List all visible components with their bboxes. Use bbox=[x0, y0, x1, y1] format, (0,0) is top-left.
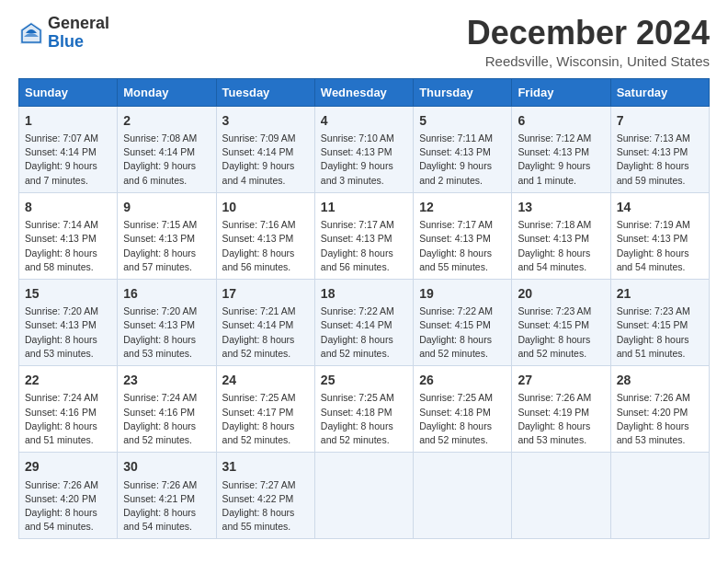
day-number: 19 bbox=[419, 284, 506, 303]
daylight: Daylight: 8 hours and 58 minutes. bbox=[25, 247, 97, 272]
day-number: 30 bbox=[123, 457, 210, 476]
daylight: Daylight: 8 hours and 52 minutes. bbox=[419, 334, 492, 359]
header-row: Sunday Monday Tuesday Wednesday Thursday… bbox=[19, 78, 710, 106]
daylight: Daylight: 8 hours and 51 minutes. bbox=[25, 420, 97, 445]
sunrise: Sunrise: 7:22 AM bbox=[419, 305, 493, 316]
sunset: Sunset: 4:13 PM bbox=[321, 146, 392, 157]
calendar-cell: 4Sunrise: 7:10 AMSunset: 4:13 PMDaylight… bbox=[314, 106, 413, 192]
logo: General Blue bbox=[18, 15, 109, 52]
calendar-cell: 14Sunrise: 7:19 AMSunset: 4:13 PMDayligh… bbox=[610, 192, 709, 279]
col-thursday: Thursday bbox=[414, 78, 512, 106]
sunrise: Sunrise: 7:25 AM bbox=[419, 392, 493, 403]
daylight: Daylight: 8 hours and 59 minutes. bbox=[617, 160, 689, 185]
sunrise: Sunrise: 7:12 AM bbox=[518, 132, 591, 144]
day-number: 20 bbox=[518, 284, 604, 303]
daylight: Daylight: 9 hours and 3 minutes. bbox=[321, 160, 393, 185]
day-number: 9 bbox=[123, 198, 210, 216]
sunrise: Sunrise: 7:19 AM bbox=[617, 219, 690, 230]
daylight: Daylight: 8 hours and 52 minutes. bbox=[123, 420, 196, 445]
calendar-cell: 21Sunrise: 7:23 AMSunset: 4:15 PMDayligh… bbox=[610, 279, 709, 365]
day-number: 2 bbox=[123, 111, 210, 130]
sunset: Sunset: 4:13 PM bbox=[25, 319, 97, 330]
sunset: Sunset: 4:14 PM bbox=[222, 319, 294, 330]
sunset: Sunset: 4:20 PM bbox=[25, 493, 97, 504]
sunrise: Sunrise: 7:22 AM bbox=[321, 305, 394, 316]
calendar-cell: 23Sunrise: 7:24 AMSunset: 4:16 PMDayligh… bbox=[118, 366, 216, 453]
day-number: 18 bbox=[321, 284, 407, 303]
daylight: Daylight: 8 hours and 52 minutes. bbox=[419, 420, 492, 445]
col-friday: Friday bbox=[512, 78, 610, 106]
calendar-cell: 7Sunrise: 7:13 AMSunset: 4:13 PMDaylight… bbox=[610, 106, 709, 192]
sunrise: Sunrise: 7:11 AM bbox=[419, 132, 493, 144]
sunset: Sunset: 4:16 PM bbox=[25, 407, 97, 418]
calendar-week-5: 29Sunrise: 7:26 AMSunset: 4:20 PMDayligh… bbox=[19, 453, 710, 539]
day-number: 28 bbox=[617, 371, 703, 389]
calendar-cell: 26Sunrise: 7:25 AMSunset: 4:18 PMDayligh… bbox=[414, 366, 512, 453]
col-saturday: Saturday bbox=[610, 78, 709, 106]
calendar-cell: 15Sunrise: 7:20 AMSunset: 4:13 PMDayligh… bbox=[19, 279, 118, 365]
sunset: Sunset: 4:13 PM bbox=[419, 146, 491, 157]
sunset: Sunset: 4:14 PM bbox=[321, 319, 392, 330]
sunrise: Sunrise: 7:24 AM bbox=[123, 392, 197, 403]
day-number: 26 bbox=[419, 371, 506, 389]
daylight: Daylight: 9 hours and 6 minutes. bbox=[123, 160, 196, 185]
daylight: Daylight: 8 hours and 51 minutes. bbox=[617, 334, 689, 359]
day-number: 21 bbox=[617, 284, 703, 303]
calendar-cell: 3Sunrise: 7:09 AMSunset: 4:14 PMDaylight… bbox=[216, 106, 314, 192]
sunset: Sunset: 4:13 PM bbox=[25, 233, 97, 244]
daylight: Daylight: 8 hours and 54 minutes. bbox=[25, 507, 97, 532]
sunset: Sunset: 4:14 PM bbox=[25, 146, 97, 157]
calendar-cell: 1Sunrise: 7:07 AMSunset: 4:14 PMDaylight… bbox=[19, 106, 118, 192]
day-number: 6 bbox=[518, 111, 604, 130]
sunrise: Sunrise: 7:21 AM bbox=[222, 305, 296, 316]
daylight: Daylight: 8 hours and 54 minutes. bbox=[123, 507, 196, 532]
calendar-cell: 27Sunrise: 7:26 AMSunset: 4:19 PMDayligh… bbox=[512, 366, 610, 453]
sunrise: Sunrise: 7:18 AM bbox=[518, 219, 591, 230]
day-number: 31 bbox=[222, 457, 309, 476]
sunrise: Sunrise: 7:13 AM bbox=[617, 132, 690, 144]
day-number: 11 bbox=[321, 198, 407, 216]
sunrise: Sunrise: 7:15 AM bbox=[123, 219, 197, 230]
calendar-week-4: 22Sunrise: 7:24 AMSunset: 4:16 PMDayligh… bbox=[19, 366, 710, 453]
sunrise: Sunrise: 7:23 AM bbox=[617, 305, 690, 316]
day-number: 8 bbox=[25, 198, 111, 216]
calendar-cell: 18Sunrise: 7:22 AMSunset: 4:14 PMDayligh… bbox=[314, 279, 413, 365]
daylight: Daylight: 8 hours and 52 minutes. bbox=[518, 334, 590, 359]
calendar-cell: 29Sunrise: 7:26 AMSunset: 4:20 PMDayligh… bbox=[19, 453, 118, 539]
sunrise: Sunrise: 7:23 AM bbox=[518, 305, 591, 316]
calendar-cell: 10Sunrise: 7:16 AMSunset: 4:13 PMDayligh… bbox=[216, 192, 314, 279]
col-tuesday: Tuesday bbox=[216, 78, 314, 106]
title-area: December 2024 Reedsville, Wisconsin, Uni… bbox=[467, 15, 710, 69]
sunset: Sunset: 4:14 PM bbox=[222, 146, 294, 157]
calendar-cell: 17Sunrise: 7:21 AMSunset: 4:14 PMDayligh… bbox=[216, 279, 314, 365]
sunrise: Sunrise: 7:20 AM bbox=[25, 305, 98, 316]
day-number: 14 bbox=[617, 198, 703, 216]
day-number: 13 bbox=[518, 198, 604, 216]
daylight: Daylight: 9 hours and 7 minutes. bbox=[25, 160, 97, 185]
logo-text: General Blue bbox=[48, 15, 109, 52]
day-number: 29 bbox=[25, 457, 111, 476]
sunrise: Sunrise: 7:27 AM bbox=[222, 479, 296, 490]
sunrise: Sunrise: 7:25 AM bbox=[321, 392, 394, 403]
col-wednesday: Wednesday bbox=[314, 78, 413, 106]
sunset: Sunset: 4:16 PM bbox=[123, 407, 195, 418]
calendar-cell: 19Sunrise: 7:22 AMSunset: 4:15 PMDayligh… bbox=[414, 279, 512, 365]
calendar-cell: 9Sunrise: 7:15 AMSunset: 4:13 PMDaylight… bbox=[118, 192, 216, 279]
sunset: Sunset: 4:13 PM bbox=[123, 319, 195, 330]
calendar-week-1: 1Sunrise: 7:07 AMSunset: 4:14 PMDaylight… bbox=[19, 106, 710, 192]
calendar-cell bbox=[512, 453, 610, 539]
logo-blue: Blue bbox=[48, 33, 109, 52]
calendar-cell: 11Sunrise: 7:17 AMSunset: 4:13 PMDayligh… bbox=[314, 192, 413, 279]
day-number: 10 bbox=[222, 198, 309, 216]
daylight: Daylight: 8 hours and 54 minutes. bbox=[617, 247, 689, 272]
sunset: Sunset: 4:18 PM bbox=[419, 407, 491, 418]
calendar-cell: 2Sunrise: 7:08 AMSunset: 4:14 PMDaylight… bbox=[118, 106, 216, 192]
sunrise: Sunrise: 7:07 AM bbox=[25, 132, 98, 144]
col-sunday: Sunday bbox=[19, 78, 118, 106]
daylight: Daylight: 8 hours and 56 minutes. bbox=[321, 247, 393, 272]
daylight: Daylight: 8 hours and 57 minutes. bbox=[123, 247, 196, 272]
calendar-cell bbox=[314, 453, 413, 539]
header: General Blue December 2024 Reedsville, W… bbox=[18, 15, 710, 69]
calendar-cell: 6Sunrise: 7:12 AMSunset: 4:13 PMDaylight… bbox=[512, 106, 610, 192]
day-number: 25 bbox=[321, 371, 407, 389]
